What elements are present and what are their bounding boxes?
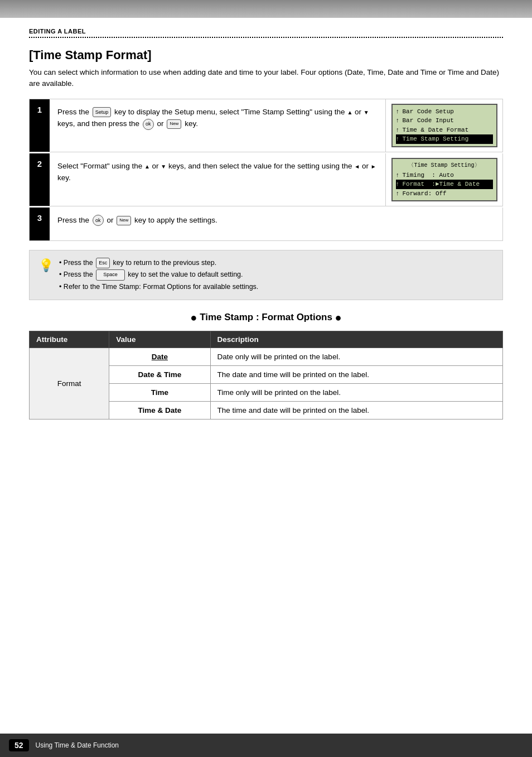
lcd2-row-3: ↑Forward: Off <box>396 189 493 199</box>
desc-date: Date only will be printed on the label. <box>210 348 503 365</box>
lcd-row-3: ↑Time & Date Format <box>396 126 493 135</box>
intro-text: You can select which information to use … <box>29 67 503 90</box>
step-3-block: 3 Press the ok or New key to apply the s… <box>29 208 503 241</box>
col-header-value: Value <box>109 331 210 348</box>
col-header-attribute: Attribute <box>30 331 109 348</box>
col-header-description: Description <box>210 331 503 348</box>
format-options-title: ● Time Stamp : Format Options ● <box>29 311 503 324</box>
or-text-1: or <box>355 108 364 116</box>
format-options-title-text: Time Stamp : Format Options <box>200 312 332 322</box>
attr-format: Format <box>30 348 109 419</box>
format-options-table: Attribute Value Description Format Date … <box>29 331 503 420</box>
new-key-1: New <box>167 119 181 129</box>
footer-label: Using Time & Date Function <box>36 741 119 749</box>
page-content: EDITING A LABEL [Time Stamp Format] You … <box>0 18 532 442</box>
step-3-content: Press the ok or New key to apply the set… <box>50 208 502 240</box>
page-footer: 52 Using Time & Date Function <box>0 734 532 757</box>
ok-key-1: ok <box>143 119 154 130</box>
or-text-5: or <box>107 216 116 224</box>
step-1-content: Press the Setup key to display the Setup… <box>50 99 385 152</box>
lcd-row-2: ↑Bar Code Input <box>396 116 493 126</box>
dots-divider <box>29 37 503 38</box>
lcd-row-4-selected: ↑Time Stamp Setting <box>396 134 493 144</box>
step-2-screenshot: 〈Time Stamp Setting〉 ↑Timing : Auto ↑For… <box>385 153 502 206</box>
or-text-2: or <box>157 119 166 128</box>
top-bar <box>0 0 532 18</box>
tip-bullet-1: • Press the Esc key to return to the pre… <box>59 257 258 269</box>
table-header-row: Attribute Value Description <box>30 331 503 348</box>
value-time-date: Time & Date <box>109 401 210 419</box>
title-bullet-left: ● <box>190 311 197 324</box>
page-number: 52 <box>9 739 29 751</box>
step-2-block: 2 Select "Format" using the ▲ or ▼ keys,… <box>29 153 503 207</box>
desc-date-time: The date and time will be printed on the… <box>210 365 503 383</box>
step-3-number: 3 <box>30 208 50 240</box>
tip-bullet-3: • Refer to the Time Stamp: Format Option… <box>59 281 258 293</box>
lcd2-row-1: ↑Timing : Auto <box>396 171 493 180</box>
table-row: Format Date Date only will be printed on… <box>30 348 503 365</box>
page-title: [Time Stamp Format] <box>29 48 503 62</box>
ok-key-2: ok <box>93 215 104 226</box>
step-2-content: Select "Format" using the ▲ or ▼ keys, a… <box>50 153 385 206</box>
desc-time-date: The time and date will be printed on the… <box>210 401 503 419</box>
step-1-number: 1 <box>30 99 50 152</box>
lcd-screen-1: ↑Bar Code Setup ↑Bar Code Input ↑Time & … <box>391 104 497 147</box>
title-bullet-right: ● <box>335 311 342 324</box>
step-2-number: 2 <box>30 153 50 206</box>
tip-block: 💡 • Press the Esc key to return to the p… <box>29 250 503 300</box>
step-1-screenshot: ↑Bar Code Setup ↑Bar Code Input ↑Time & … <box>385 99 502 152</box>
or-text-4: or <box>362 162 371 170</box>
space-key: Space <box>96 269 125 280</box>
desc-time: Time only will be printed on the label. <box>210 383 503 401</box>
or-text-3: or <box>152 162 161 170</box>
tip-bullet-2: • Press the Space key to set the value t… <box>59 269 258 281</box>
value-time: Time <box>109 383 210 401</box>
tip-text: • Press the Esc key to return to the pre… <box>59 257 258 293</box>
step-1-block: 1 Press the Setup key to display the Set… <box>29 99 503 152</box>
setup-key: Setup <box>93 107 112 117</box>
new-key-2: New <box>117 216 131 225</box>
esc-key: Esc <box>96 258 110 268</box>
tip-icon: 💡 <box>38 258 54 273</box>
lcd-row-1: ↑Bar Code Setup <box>396 107 493 117</box>
lcd2-row-2-selected: ↑Format :►Time & Date <box>396 180 493 189</box>
lcd-title-row: 〈Time Stamp Setting〉 <box>396 161 493 170</box>
value-date-time: Date & Time <box>109 365 210 383</box>
section-header: EDITING A LABEL <box>29 28 503 35</box>
lcd-screen-2: 〈Time Stamp Setting〉 ↑Timing : Auto ↑For… <box>391 158 497 202</box>
value-date: Date <box>109 348 210 365</box>
